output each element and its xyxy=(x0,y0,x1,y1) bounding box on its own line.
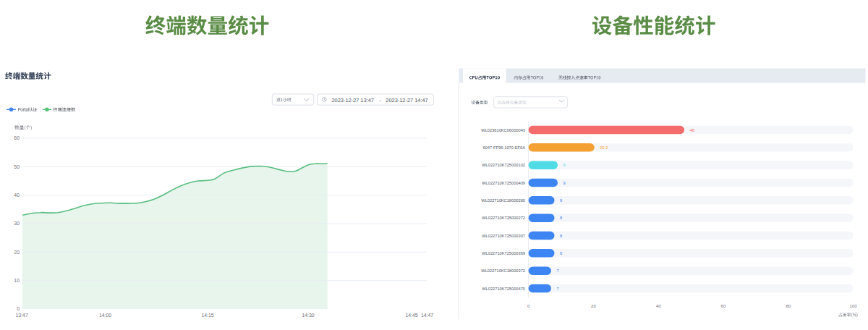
svg-text:8: 8 xyxy=(560,234,562,238)
svg-text:9: 9 xyxy=(563,163,566,167)
svg-text:7: 7 xyxy=(557,287,559,291)
svg-text:13:47: 13:47 xyxy=(15,313,27,318)
svg-text:2023-12-27 13:47: 2023-12-27 13:47 xyxy=(332,97,374,103)
svg-text:8: 8 xyxy=(560,216,562,220)
svg-text:20.3: 20.3 xyxy=(600,145,608,150)
svg-text:8: 8 xyxy=(560,198,562,203)
svg-text:0: 0 xyxy=(527,304,530,308)
svg-text:WL022710K725000470: WL022710K725000470 xyxy=(482,287,525,291)
svg-text:30: 30 xyxy=(14,221,20,226)
svg-text:14:00: 14:00 xyxy=(99,313,111,318)
svg-text:60: 60 xyxy=(14,135,20,140)
svg-text:WL022710K725000409: WL022710K725000409 xyxy=(482,181,525,185)
svg-text:14:15: 14:15 xyxy=(201,313,213,318)
svg-text:20: 20 xyxy=(14,250,20,255)
svg-text:40: 40 xyxy=(656,304,661,308)
svg-text:10: 10 xyxy=(14,278,20,283)
svg-text:WL022710KC18000280: WL022710KC18000280 xyxy=(481,198,525,203)
svg-text:14:30: 14:30 xyxy=(302,313,314,318)
svg-text:6047-FF96-1070-EF0A: 6047-FF96-1070-EF0A xyxy=(483,145,526,150)
svg-text:0: 0 xyxy=(17,306,20,311)
svg-text:80: 80 xyxy=(786,304,791,308)
svg-text:WL022710K725000369: WL022710K725000369 xyxy=(482,251,525,255)
svg-text:WL023610KC06000043: WL023610KC06000043 xyxy=(481,128,525,132)
svg-text:60: 60 xyxy=(721,304,726,308)
svg-text:14:47: 14:47 xyxy=(421,313,433,318)
svg-text:7: 7 xyxy=(557,268,559,273)
svg-text:WL022710K725000272: WL022710K725000272 xyxy=(482,216,525,220)
svg-text:8: 8 xyxy=(560,251,562,255)
svg-text:14:45: 14:45 xyxy=(405,313,417,318)
svg-text:9: 9 xyxy=(563,181,566,185)
svg-text:40: 40 xyxy=(14,192,20,198)
svg-text:WL022710K725000307: WL022710K725000307 xyxy=(482,234,525,238)
svg-text:2023-12-27 14:47: 2023-12-27 14:47 xyxy=(386,97,427,103)
svg-text:100: 100 xyxy=(850,304,858,308)
svg-text:WL022710KC18000372: WL022710KC18000372 xyxy=(481,268,525,273)
svg-text:48: 48 xyxy=(690,128,694,132)
svg-text:WL022710K725000102: WL022710K725000102 xyxy=(482,163,525,167)
svg-text:50: 50 xyxy=(14,164,20,169)
svg-text:20: 20 xyxy=(591,304,596,308)
